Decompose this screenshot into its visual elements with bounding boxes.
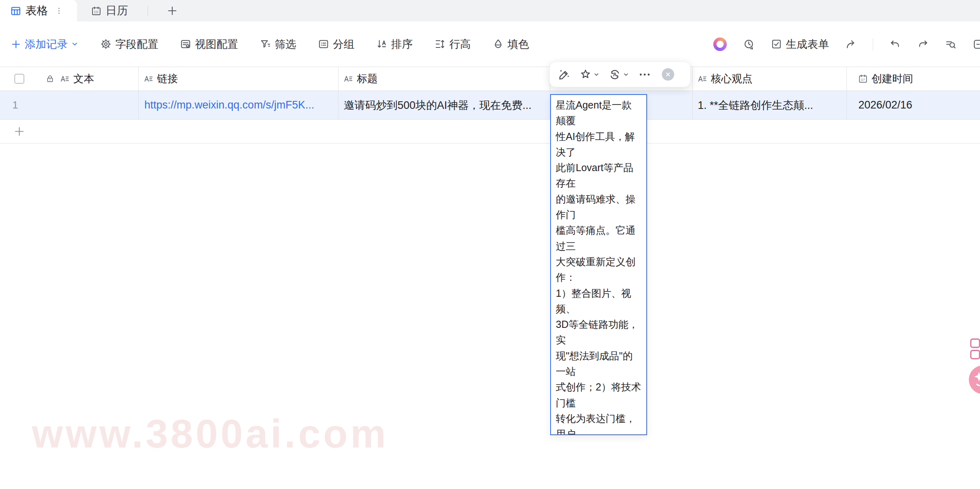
tab-calendar[interactable]: 日历: [91, 0, 128, 22]
fill-color-icon: [492, 38, 504, 50]
history-button[interactable]: [743, 38, 755, 50]
fill-color-button[interactable]: 填色: [492, 37, 529, 51]
field-config-button[interactable]: 字段配置: [100, 37, 158, 51]
table-icon: [10, 6, 21, 16]
add-record-row[interactable]: [0, 120, 980, 144]
ellipsis-icon: [638, 68, 651, 81]
sort-button[interactable]: 排序: [376, 37, 413, 51]
translate-button[interactable]: A: [608, 68, 629, 81]
cell-keypoints[interactable]: 1. **全链路创作生态颠...: [693, 91, 847, 119]
select-all-checkbox[interactable]: [14, 74, 24, 84]
ai-actions-button[interactable]: [579, 68, 600, 81]
plugin-squares-button[interactable]: [969, 337, 980, 360]
plus-icon: [10, 39, 22, 50]
cell-ai-toolbar: A: [549, 61, 691, 87]
plus-icon: [166, 5, 178, 17]
group-icon: [318, 38, 329, 50]
row-height-icon: [434, 38, 446, 50]
share-icon: [845, 38, 857, 50]
add-view-button[interactable]: [164, 4, 180, 18]
calendar-icon: [91, 6, 102, 16]
chevron-down-icon: [593, 71, 600, 78]
cell-created[interactable]: 2026/02/16: [847, 91, 980, 119]
tab-table-label: 表格: [26, 3, 48, 18]
filter-icon: [260, 38, 271, 50]
column-header-title[interactable]: 标题: [338, 67, 550, 91]
column-header-created[interactable]: 创建时间: [847, 67, 980, 91]
column-header-text[interactable]: 文本: [0, 67, 139, 91]
toolbar: 添加记录 字段配置: [0, 22, 980, 67]
find-icon: [945, 38, 957, 50]
share-button[interactable]: [845, 38, 857, 50]
translate-icon: A: [608, 68, 621, 81]
watermark: www.3800ai.com: [32, 411, 389, 457]
sort-icon: [376, 38, 388, 50]
search-button[interactable]: [945, 38, 957, 50]
add-record-button[interactable]: 添加记录: [10, 37, 79, 51]
chevron-down-icon: [623, 71, 629, 78]
magic-edit-button[interactable]: [558, 68, 571, 81]
ai-assistant-button[interactable]: [713, 37, 727, 51]
table-grid: 文本 链接 标题: [0, 67, 980, 144]
view-config-icon: [180, 38, 191, 50]
table-row[interactable]: 1 https://mp.weixin.qq.com/s/jmF5K... 邀请…: [0, 91, 980, 120]
magic-pencil-icon: [558, 68, 571, 81]
text-field-icon: [60, 74, 70, 84]
link-text[interactable]: https://mp.weixin.qq.com/s/jmF5K...: [139, 99, 314, 111]
tab-table-menu-icon[interactable]: [54, 6, 64, 16]
sparkle-icon: [972, 371, 980, 388]
column-header-link[interactable]: 链接: [139, 67, 338, 91]
gear-icon: [100, 38, 112, 50]
lock-icon: [45, 74, 55, 83]
expanded-cell-editor[interactable]: 星流Agent是一款颠覆 性AI创作工具，解决了 此前Lovart等产品存在 的…: [550, 94, 647, 435]
text-field-icon: [697, 74, 707, 84]
view-config-button[interactable]: 视图配置: [180, 37, 238, 51]
text-field-icon: [144, 74, 153, 84]
checkbox-check-icon: [771, 38, 782, 50]
group-button[interactable]: 分组: [318, 37, 354, 51]
header-row: 文本 链接 标题: [0, 67, 980, 91]
column-header-keypoints[interactable]: 核心观点: [693, 67, 847, 91]
undo-icon: [889, 38, 901, 50]
close-button[interactable]: [662, 68, 674, 81]
undo-button[interactable]: [889, 38, 901, 50]
tabbar-divider: [148, 6, 148, 16]
row-height-button[interactable]: 行高: [434, 37, 471, 51]
calendar-icon: [858, 74, 868, 84]
cell-link[interactable]: https://mp.weixin.qq.com/s/jmF5K...: [139, 91, 338, 119]
view-tabbar: 日历 表格: [0, 0, 980, 22]
text-field-icon: [343, 74, 353, 84]
generate-form-button[interactable]: 生成表单: [771, 37, 829, 51]
more-button[interactable]: [638, 68, 651, 81]
redo-button[interactable]: [917, 38, 929, 50]
tab-table[interactable]: 表格: [0, 0, 77, 22]
redo-icon: [917, 38, 929, 50]
sparkle-star-icon: [579, 68, 592, 81]
clock-history-icon: [743, 38, 755, 50]
cell-title[interactable]: 邀请码炒到500块的AI神器，现在免费...: [338, 91, 550, 119]
comment-panel-icon: [973, 38, 980, 50]
side-panel-button[interactable]: [973, 38, 980, 50]
row-index: 1: [0, 99, 18, 111]
tab-calendar-label: 日历: [106, 3, 128, 18]
cell-index[interactable]: 1: [0, 91, 139, 119]
svg-text:A: A: [613, 72, 616, 77]
plus-icon: [13, 125, 26, 138]
cell-editor-content[interactable]: 星流Agent是一款颠覆 性AI创作工具，解决了 此前Lovart等产品存在 的…: [551, 95, 646, 435]
close-icon: [665, 71, 671, 77]
bitable-app: 日历 表格: [0, 0, 980, 489]
widgets-icon: [969, 337, 980, 361]
chevron-down-icon: [71, 40, 79, 48]
plugin-sparkle-button[interactable]: [969, 365, 980, 394]
toolbar-divider: [873, 38, 873, 50]
filter-button[interactable]: 筛选: [260, 37, 296, 51]
